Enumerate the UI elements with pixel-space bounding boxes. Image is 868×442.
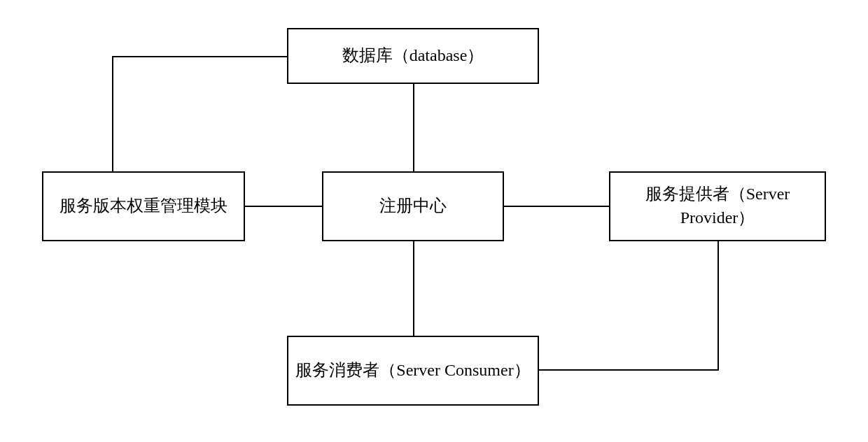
weight-manager-box: 服务版本权重管理模块 xyxy=(42,171,245,241)
connector-line xyxy=(112,56,113,171)
registry-label: 注册中心 xyxy=(379,194,447,218)
database-label: 数据库（database） xyxy=(342,44,484,68)
registry-box: 注册中心 xyxy=(322,171,504,241)
provider-box: 服务提供者（Server Provider） xyxy=(609,171,826,241)
weight-manager-label: 服务版本权重管理模块 xyxy=(59,194,227,218)
database-box: 数据库（database） xyxy=(287,28,539,84)
consumer-box: 服务消费者（Server Consumer） xyxy=(287,336,539,406)
connector-line xyxy=(112,56,287,57)
provider-label: 服务提供者（Server Provider） xyxy=(616,183,819,229)
connector-line xyxy=(539,369,719,371)
connector-line xyxy=(718,241,719,371)
connector-line xyxy=(504,206,609,207)
connector-line xyxy=(413,241,414,336)
consumer-label: 服务消费者（Server Consumer） xyxy=(295,359,530,383)
connector-line xyxy=(413,84,414,171)
connector-line xyxy=(245,206,322,207)
